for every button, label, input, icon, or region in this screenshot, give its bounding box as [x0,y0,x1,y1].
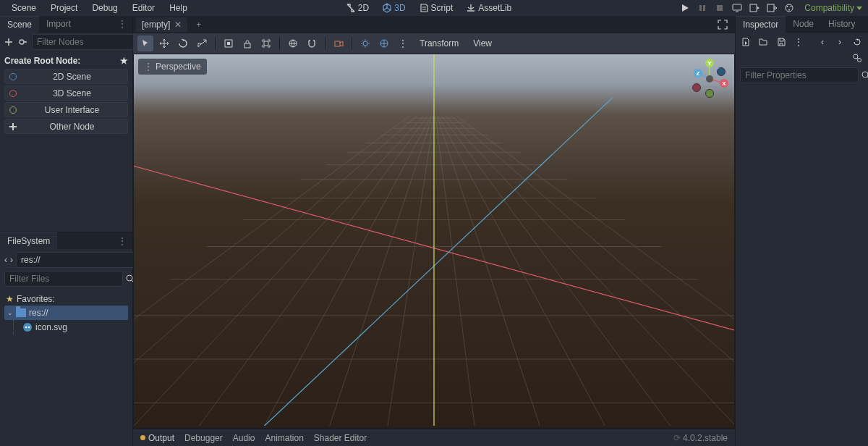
group-button[interactable] [258,35,274,51]
svg-point-12 [25,327,27,329]
fs-root-folder[interactable]: ⌄ res:// [4,306,128,320]
save-resource-button[interactable] [775,35,787,49]
history-back-button[interactable]: ‹ [816,35,829,49]
move-mode-button[interactable] [156,35,172,51]
menu-project[interactable]: Project [45,1,83,14]
select-mode-button[interactable] [137,35,153,51]
assetlib-icon [466,3,476,13]
audio-tab[interactable]: Audio [233,433,255,443]
tab-3d[interactable]: 3D [379,1,408,14]
play-scene-button[interactable] [748,1,761,14]
close-tab-icon[interactable]: ✕ [174,20,182,30]
fs-back-button[interactable]: ‹ [4,253,7,266]
tab-script[interactable]: Script [416,1,456,14]
scale-mode-button[interactable] [194,35,210,51]
filesystem-options-icon[interactable]: ⋮ [112,233,132,249]
snap-button[interactable] [304,35,320,51]
svg-rect-0 [717,5,723,11]
menu-editor[interactable]: Editor [127,1,161,14]
debugger-tab[interactable]: Debugger [184,433,223,443]
inspector-search-icon[interactable] [861,69,868,82]
svg-line-28 [435,116,475,426]
inspector-more-icon[interactable]: ⋮ [793,35,804,49]
svg-point-5 [787,6,788,7]
load-resource-button[interactable] [757,35,769,49]
inspector-dock-options-icon[interactable]: ⋮ [862,16,868,32]
lock-button[interactable] [239,35,255,51]
dock-options-icon[interactable]: ⋮ [112,16,132,32]
gizmo-x[interactable]: X [720,79,728,88]
filesystem-tab[interactable]: FileSystem [0,232,57,249]
bottom-panel: Output Debugger Audio Animation Shader E… [133,429,735,446]
tree-collapse-icon[interactable]: ⌄ [7,309,13,316]
view-menu[interactable]: View [467,36,498,51]
open-resource-button[interactable] [740,35,752,49]
root-2d-scene[interactable]: 2D Scene [4,69,128,84]
gizmo-neg-y[interactable] [705,89,714,98]
pause-button[interactable] [696,1,709,14]
rotate-mode-button[interactable] [175,35,191,51]
filter-properties-input[interactable] [740,67,859,83]
output-status-dot [140,435,145,440]
svg-line-32 [446,116,734,426]
gizmo-center [706,75,713,83]
add-node-button[interactable] [4,35,13,49]
svg-point-7 [788,9,790,11]
svg-point-54 [858,59,861,62]
animation-tab[interactable]: Animation [265,433,303,443]
gizmo-z[interactable]: Z [694,69,702,77]
node-tab[interactable]: Node [786,16,821,32]
play-custom-button[interactable] [765,1,778,14]
add-scene-tab-button[interactable]: + [192,17,205,32]
fs-file-icon-svg[interactable]: icon.svg [20,320,128,334]
menu-help[interactable]: Help [163,1,193,14]
movie-mode-button[interactable] [783,1,796,14]
instance-scene-button[interactable] [17,35,27,49]
sun-toggle-button[interactable] [357,35,373,51]
gizmo-neg-x[interactable] [692,83,701,92]
orientation-gizmo[interactable]: X Y Z [689,59,730,99]
gizmo-neg-z[interactable] [717,67,726,76]
svg-rect-15 [227,42,230,45]
gizmo-y[interactable]: Y [705,59,714,67]
preview-options-icon[interactable]: ⋮ [395,35,411,51]
distraction-free-button[interactable] [713,17,732,32]
env-toggle-button[interactable] [376,35,392,51]
fs-filter-input[interactable] [4,271,123,287]
menu-scene[interactable]: Scene [6,1,42,14]
menu-debug[interactable]: Debug [86,1,123,14]
camera-override-button[interactable] [331,35,346,51]
perspective-dropdown[interactable]: ⋮Perspective [138,59,207,75]
svg-line-22 [134,116,417,426]
shader-editor-tab[interactable]: Shader Editor [314,433,367,443]
root-other-node[interactable]: Other Node [4,119,128,134]
remote-debug-button[interactable] [731,1,744,14]
fs-path-input[interactable] [16,252,135,268]
root-3d-scene[interactable]: 3D Scene [4,85,128,101]
create-root-label: Create Root Node: ★ [4,56,128,66]
output-tab[interactable]: Output [140,433,174,443]
3d-viewport[interactable]: ⋮Perspective X Y Z [133,54,735,429]
selectable-toggle-button[interactable] [221,35,237,51]
filesystem-dock: FileSystem ⋮ ‹ › ★Favorites: ⌄ res:// [0,232,132,446]
local-space-button[interactable] [285,35,301,51]
svg-line-27 [388,116,434,426]
play-button[interactable] [678,1,692,14]
transform-menu[interactable]: Transform [414,36,464,51]
tab-2d[interactable]: 2D [343,1,372,14]
scene-tab-empty[interactable]: [empty] ✕ [136,17,187,32]
tab-assetlib[interactable]: AssetLib [463,1,514,14]
manage-object-button[interactable] [851,51,864,64]
history-menu-button[interactable] [851,35,864,49]
inspector-tab[interactable]: Inspector [736,16,786,33]
fs-forward-button[interactable]: › [10,253,13,266]
stop-button[interactable] [713,1,726,14]
import-dock-tab[interactable]: Import [39,16,78,32]
scene-dock-tab[interactable]: Scene [0,16,39,33]
favorite-star-icon[interactable]: ★ [120,56,128,66]
history-forward-button[interactable]: › [833,35,846,49]
root-user-interface[interactable]: User Interface [4,102,128,117]
renderer-dropdown[interactable]: Compatibility [804,3,862,13]
history-tab[interactable]: History [821,16,862,32]
folder-icon [16,308,26,317]
